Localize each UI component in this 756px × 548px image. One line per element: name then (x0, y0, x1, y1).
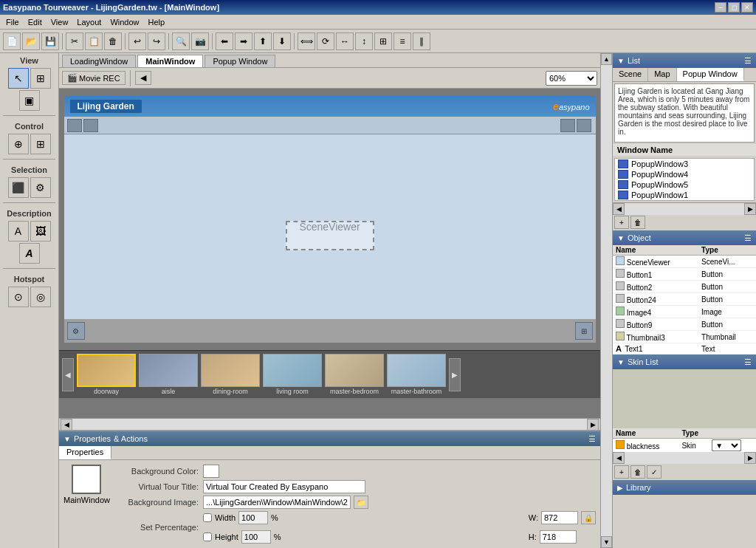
tab-loading-window[interactable]: LoadingWindow (62, 55, 136, 67)
minimize-button[interactable]: – (715, 2, 726, 13)
cut-button[interactable]: ✂ (66, 32, 83, 50)
skin-row-blackness[interactable]: blackness Skin ▼ (613, 439, 756, 453)
tab-popup-window[interactable]: Popup Window (205, 55, 275, 67)
list-delete-btn[interactable]: 🗑 (630, 216, 645, 229)
width-pct-check[interactable] (203, 513, 212, 522)
vt-title-input[interactable] (203, 480, 365, 493)
properties-collapse[interactable]: ▼ (63, 435, 71, 443)
h-scroll-track[interactable] (72, 419, 587, 431)
corner-icon-tl[interactable]: ⚙ (67, 322, 85, 340)
copy-button[interactable]: 📋 (85, 32, 103, 50)
obj-row-button9[interactable]: Button9 Button (613, 318, 756, 331)
center-h[interactable]: ≡ (394, 32, 411, 50)
list-add-btn[interactable]: + (614, 216, 629, 229)
select-tool[interactable]: ↖ (8, 68, 29, 89)
dist-h[interactable]: ⟺ (298, 32, 315, 50)
thumb-img-doorway[interactable] (77, 354, 136, 387)
list-scroll-left[interactable]: ◀ (613, 203, 625, 215)
obj-row-button2[interactable]: Button2 Button (613, 281, 756, 293)
undo-button[interactable]: ↩ (128, 32, 146, 50)
menu-layout[interactable]: Layout (72, 16, 106, 28)
skin-scroll[interactable]: ◀ ▶ (613, 452, 756, 464)
control-tool-1[interactable]: ⊕ (8, 134, 29, 154)
properties-menu-icon[interactable]: ☰ (588, 434, 596, 444)
thumb-img-master-bed[interactable] (325, 354, 384, 387)
v-scroll-thumb[interactable] (601, 65, 612, 536)
h-scroll-right[interactable]: ▶ (587, 419, 599, 431)
obj-row-sceneviewer[interactable]: SceneViewer SceneVi... (613, 256, 756, 268)
selection-tool-2[interactable]: ⚙ (30, 177, 51, 198)
v-scroll-down[interactable]: ▼ (601, 536, 612, 548)
object-menu-icon[interactable]: ☰ (744, 233, 752, 243)
height-pct-input[interactable] (241, 530, 271, 544)
canvas-wrapper[interactable]: Lijing Garden easypano SceneViewer (59, 89, 600, 418)
hotspot-tool-1[interactable]: ⊙ (8, 287, 29, 307)
thumb-aisle[interactable]: aisle (139, 354, 198, 395)
obj-row-thumbnail3[interactable]: Thumbnail3 Thumbnail (613, 331, 756, 343)
new-button[interactable]: 📄 (3, 32, 21, 50)
window-item-popup3[interactable]: PopupWindow3 (615, 159, 754, 169)
restore-button[interactable]: ◻ (728, 2, 740, 13)
width-pct-input[interactable] (238, 511, 268, 524)
zoom-select[interactable]: 25% 50% 60% 75% 100% 150% 200% (546, 71, 597, 86)
thumb-doorway[interactable]: doorway (77, 354, 136, 395)
same-size[interactable]: ⊞ (374, 32, 392, 50)
preview-button[interactable]: 🔍 (172, 32, 190, 50)
thumb-dining[interactable]: dining-room (201, 354, 260, 395)
delete-button[interactable]: 🗑 (104, 32, 122, 50)
skin-version-select[interactable]: ▼ (712, 439, 741, 451)
obj-row-text1[interactable]: A Text1 Text (613, 343, 756, 355)
corner-icon-br[interactable]: ⊞ (575, 322, 593, 340)
description-tool-2[interactable]: 🖼 (30, 221, 51, 242)
dist-v[interactable]: ⟳ (317, 32, 334, 50)
obj-row-button1[interactable]: Button1 Button (613, 268, 756, 281)
prop-tab-properties[interactable]: Properties (59, 446, 111, 459)
view-tool-2[interactable]: ⊞ (30, 68, 51, 89)
hotspot-box[interactable] (286, 221, 374, 250)
align-bottom[interactable]: ⬇ (273, 32, 291, 50)
publish-button[interactable]: 📷 (191, 32, 209, 50)
thumb-master-bed[interactable]: master-bedroom (325, 354, 384, 395)
h-scroll-left[interactable]: ◀ (61, 419, 72, 431)
menu-file[interactable]: File (1, 16, 24, 28)
movie-rec-button[interactable]: 🎬 Movie REC (62, 71, 126, 85)
align-left[interactable]: ⬅ (216, 32, 233, 50)
list-menu-icon[interactable]: ☰ (744, 56, 752, 66)
window-item-popup4[interactable]: PopupWindow4 (615, 169, 754, 179)
v-scroll-up[interactable]: ▲ (601, 53, 612, 65)
menu-help[interactable]: Help (144, 16, 170, 28)
menu-view[interactable]: View (47, 16, 73, 28)
same-w[interactable]: ↔ (336, 32, 354, 50)
center-v[interactable]: ∥ (413, 32, 430, 50)
skin-apply-btn[interactable]: ✓ (647, 465, 662, 479)
thumb-img-dining[interactable] (201, 354, 260, 387)
skin-add-btn[interactable]: + (614, 465, 629, 479)
skin-scroll-track[interactable] (625, 452, 744, 464)
obj-row-image4[interactable]: Image4 Image (613, 306, 756, 318)
tab-main-window[interactable]: MainWindow (137, 55, 203, 67)
thumb-living[interactable]: living room (263, 354, 322, 395)
height-input[interactable] (540, 530, 577, 544)
description-tool-1[interactable]: A (8, 221, 29, 242)
obj-row-button24[interactable]: Button24 Button (613, 293, 756, 306)
window-item-popup5[interactable]: PopupWindow5 (615, 179, 754, 190)
align-right[interactable]: ➡ (235, 32, 252, 50)
bg-image-browse[interactable]: 📁 (354, 496, 368, 509)
selection-tool-1[interactable]: ⬛ (8, 177, 29, 198)
library-header[interactable]: ▶ Library (613, 480, 756, 495)
h-scroll[interactable]: ◀ ▶ (59, 418, 600, 430)
scene-tab-map[interactable]: Map (648, 68, 676, 81)
thumb-next[interactable]: ▶ (449, 358, 461, 391)
bg-image-input[interactable] (203, 496, 351, 509)
skin-delete-btn[interactable]: 🗑 (630, 465, 645, 479)
thumb-prev[interactable]: ◀ (62, 358, 74, 391)
redo-button[interactable]: ↪ (148, 32, 165, 50)
library-collapse[interactable]: ▶ (617, 484, 623, 492)
list-scroll-right[interactable]: ▶ (744, 203, 756, 215)
save-button[interactable]: 💾 (41, 32, 59, 50)
width-input[interactable] (541, 511, 578, 524)
list-collapse[interactable]: ▼ (617, 57, 625, 65)
window-item-popup1[interactable]: PopupWindow1 (615, 190, 754, 200)
scene-tab-scene[interactable]: Scene (613, 68, 648, 81)
thumb-img-aisle[interactable] (139, 354, 198, 387)
